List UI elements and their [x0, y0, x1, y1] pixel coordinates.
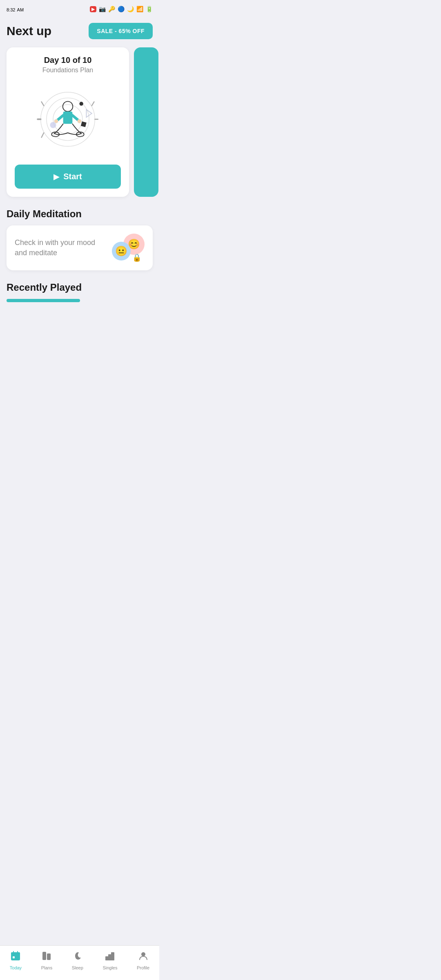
status-icons: ▶ 📷 🔑 🔵 🌙 📶 🔋 — [90, 6, 153, 12]
key-icon: 🔑 — [108, 6, 115, 12]
partial-card — [134, 47, 158, 197]
svg-rect-13 — [63, 111, 73, 124]
svg-line-5 — [42, 133, 44, 137]
bluetooth-icon: 🔵 — [118, 6, 125, 12]
day-card-subtitle: Foundations Plan — [15, 67, 121, 74]
svg-point-19 — [78, 119, 81, 123]
page-title: Next up — [7, 24, 51, 38]
time-display: 8:32 — [7, 7, 15, 12]
lock-icon: 🔒 — [132, 253, 141, 262]
meditation-illustration — [15, 80, 121, 158]
svg-point-12 — [63, 101, 73, 111]
daily-meditation-text: Check in with your mood and meditate — [15, 238, 96, 258]
cards-container: Day 10 of 10 Foundations Plan — [7, 47, 153, 197]
status-bar: 8:32 AM ▶ 📷 🔑 🔵 🌙 📶 🔋 — [0, 0, 159, 18]
recently-played-section: Recently Played — [7, 282, 153, 302]
wifi-icon: 📶 — [136, 6, 143, 12]
sale-button[interactable]: SALE - 65% OFF — [89, 23, 153, 39]
daily-meditation-title: Daily Meditation — [7, 208, 153, 220]
meditation-svg — [35, 82, 100, 156]
svg-line-6 — [92, 102, 94, 105]
start-label: Start — [63, 172, 82, 181]
neutral-emoji: 😐 — [112, 242, 131, 261]
svg-point-11 — [79, 102, 83, 105]
status-time: 8:32 AM — [7, 6, 24, 13]
day-card: Day 10 of 10 Foundations Plan — [7, 47, 129, 197]
moon-icon: 🌙 — [127, 6, 134, 12]
svg-point-18 — [54, 119, 58, 123]
daily-meditation-card[interactable]: Check in with your mood and meditate 😊 😐… — [7, 225, 153, 270]
svg-line-3 — [42, 102, 44, 105]
recently-played-title: Recently Played — [7, 282, 153, 293]
recently-played-bar — [7, 299, 80, 302]
day-card-title: Day 10 of 10 — [15, 56, 121, 65]
start-button[interactable]: ▶ Start — [15, 165, 121, 189]
svg-rect-8 — [81, 121, 87, 127]
time-suffix: AM — [17, 7, 24, 12]
mood-icons: 😊 😐 🔒 — [112, 234, 145, 262]
main-content: Next up SALE - 65% OFF Day 10 of 10 Foun… — [0, 18, 159, 352]
record-icon: ▶ — [90, 6, 96, 12]
battery-icon: 🔋 — [146, 6, 153, 12]
camera-icon: 📷 — [99, 6, 106, 12]
play-icon: ▶ — [53, 172, 59, 181]
header-row: Next up SALE - 65% OFF — [7, 23, 153, 39]
